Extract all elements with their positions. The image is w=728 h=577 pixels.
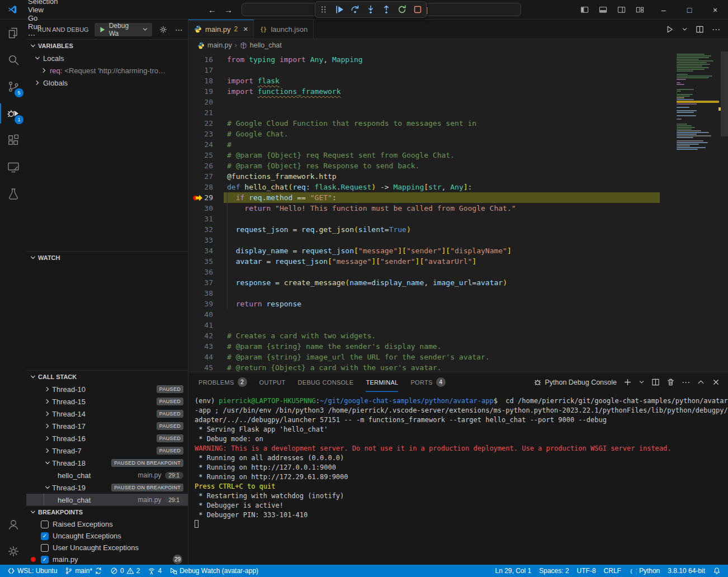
- code-editor[interactable]: 16from typing import Any, Mapping 17 18i…: [188, 51, 728, 372]
- callstack-thread[interactable]: Thread-18PAUSED ON BREAKPOINT: [26, 457, 188, 469]
- code-line-16[interactable]: 16from typing import Any, Mapping: [188, 54, 660, 65]
- callstack-thread[interactable]: Thread-19PAUSED ON BREAKPOINT: [26, 481, 188, 494]
- call-stack-section-header[interactable]: CALL STACK: [26, 371, 188, 383]
- restart-icon[interactable]: [398, 5, 406, 14]
- start-debug-icon[interactable]: [98, 26, 106, 34]
- status-indentation[interactable]: Spaces: 2: [535, 565, 573, 577]
- code-line-32[interactable]: 32 request_json = req.get_json(silent=Tr…: [188, 224, 660, 235]
- code-line-38[interactable]: 38: [188, 288, 660, 299]
- breakpoints-section-header[interactable]: BREAKPOINTS: [26, 506, 188, 518]
- status-cursor-position[interactable]: Ln 29, Col 1: [491, 565, 535, 577]
- status-forwarded-ports[interactable]: 4: [144, 565, 166, 577]
- status-notifications[interactable]: [709, 565, 725, 577]
- editor-scrollbar[interactable]: [721, 51, 728, 136]
- close-panel-icon[interactable]: [712, 378, 720, 386]
- callstack-thread[interactable]: Thread-7PAUSED: [26, 444, 188, 457]
- breakpoint-checkbox[interactable]: [41, 521, 49, 528]
- activitybar-source-control[interactable]: 5: [0, 73, 26, 100]
- step-over-icon[interactable]: [351, 5, 360, 14]
- watch-section-header[interactable]: WATCH: [26, 252, 188, 264]
- toggle-sidebar-icon[interactable]: [580, 6, 589, 14]
- menu-more-icon[interactable]: ⋯: [23, 31, 63, 39]
- status-eol[interactable]: CRLF: [600, 565, 625, 577]
- terminal-output[interactable]: (env) pierrick@LAPTOP-HKU5PNNG:~/git/goo…: [188, 392, 728, 565]
- code-line-34[interactable]: 34 display_name = request_json["message"…: [188, 245, 660, 256]
- stop-icon[interactable]: [413, 5, 422, 14]
- code-line-30[interactable]: 30 return "Hello! This function must be …: [188, 203, 660, 214]
- breakpoint-checkbox[interactable]: ✓: [41, 532, 49, 540]
- minimize-button[interactable]: –: [651, 0, 677, 20]
- debug-settings-gear-icon[interactable]: [159, 25, 168, 34]
- breakpoint-checkbox[interactable]: [41, 544, 49, 552]
- activitybar-testing[interactable]: [0, 181, 26, 207]
- status-problems[interactable]: 02: [106, 565, 144, 577]
- breadcrumb-item[interactable]: hello_chat: [240, 41, 282, 49]
- status-encoding[interactable]: UTF-8: [573, 565, 600, 577]
- close-button[interactable]: ×: [702, 0, 728, 20]
- callstack-thread[interactable]: Thread-17PAUSED: [26, 420, 188, 432]
- status-git-branch[interactable]: main*: [61, 565, 106, 577]
- code-line-42[interactable]: 42# Creates a card with two widgets.: [188, 330, 660, 341]
- breakpoint-checkbox[interactable]: ✓: [41, 556, 49, 564]
- menu-go[interactable]: Go: [23, 14, 63, 22]
- panel-tab-problems[interactable]: PROBLEMS2: [198, 372, 247, 392]
- callstack-thread[interactable]: Thread-10PAUSED: [26, 383, 188, 395]
- activitybar-remote-explorer[interactable]: [0, 154, 26, 181]
- split-editor-icon[interactable]: [696, 25, 704, 34]
- code-line-17[interactable]: 17: [188, 65, 660, 75]
- code-line-21[interactable]: 21: [188, 107, 660, 118]
- callstack-thread[interactable]: Thread-14PAUSED: [26, 408, 188, 420]
- variables-globals[interactable]: Globals: [26, 77, 188, 89]
- more-actions-icon[interactable]: ⋯: [174, 25, 183, 34]
- panel-tab-output[interactable]: OUTPUT: [259, 372, 286, 392]
- status-language-mode[interactable]: { }Python: [625, 565, 664, 577]
- callstack-frame[interactable]: hello_chatmain.py 29:1: [26, 494, 188, 505]
- continue-icon[interactable]: [335, 5, 344, 14]
- menu-run[interactable]: Run: [23, 22, 63, 31]
- new-terminal-icon[interactable]: [623, 378, 632, 386]
- code-line-27[interactable]: 27@functions_framework.http: [188, 171, 660, 182]
- menu-selection[interactable]: Selection: [23, 0, 63, 6]
- callstack-thread[interactable]: Thread-16PAUSED: [26, 432, 188, 444]
- breakpoint-item[interactable]: Raised Exceptions: [26, 518, 188, 530]
- code-line-39[interactable]: 39 return response: [188, 299, 660, 309]
- step-into-icon[interactable]: [366, 5, 375, 14]
- activitybar-search[interactable]: [0, 46, 26, 73]
- code-line-37[interactable]: 37 response = create_message(name=displa…: [188, 277, 660, 288]
- code-line-31[interactable]: 31: [188, 214, 660, 224]
- go-forward-icon[interactable]: →: [224, 5, 233, 15]
- code-line-25[interactable]: 25# @param {Object} req Request sent fro…: [188, 150, 660, 160]
- code-line-44[interactable]: 44# @param {string} image_url the URL fo…: [188, 352, 660, 362]
- code-line-35[interactable]: 35 avatar = request_json["message"]["sen…: [188, 256, 660, 267]
- variables-section-header[interactable]: VARIABLES: [26, 40, 188, 52]
- panel-tab-terminal[interactable]: TERMINAL: [366, 372, 398, 392]
- launch-configuration-dropdown[interactable]: Debug Wa: [94, 23, 152, 36]
- code-line-22[interactable]: 22# Google Cloud Function that responds …: [188, 118, 660, 129]
- breakpoint-item[interactable]: ✓ main.py 29: [26, 554, 188, 565]
- code-line-19[interactable]: 19import functions_framework: [188, 86, 660, 97]
- code-line-40[interactable]: 40: [188, 309, 660, 320]
- maximize-panel-icon[interactable]: [697, 378, 705, 386]
- terminal-instance[interactable]: Python Debug Console: [533, 378, 617, 386]
- activitybar-accounts[interactable]: [0, 511, 26, 538]
- code-line-20[interactable]: 20: [188, 97, 660, 107]
- code-line-28[interactable]: 28def hello_chat(req: flask.Request) -> …: [188, 182, 660, 192]
- status-python-version[interactable]: 3.8.10 64-bit: [664, 565, 709, 577]
- maximize-button[interactable]: □: [677, 0, 702, 20]
- close-tab-icon[interactable]: ×: [243, 25, 248, 34]
- code-line-23[interactable]: 23# Google Chat.: [188, 129, 660, 139]
- tab-main.py[interactable]: main.py 2 ×: [188, 20, 254, 39]
- minimap[interactable]: [677, 54, 719, 150]
- editor-more-actions-icon[interactable]: ⋯: [712, 25, 720, 35]
- step-out-icon[interactable]: [382, 5, 391, 14]
- breakpoint-item[interactable]: ✓ Uncaught Exceptions: [26, 530, 188, 542]
- panel-more-actions-icon[interactable]: ⋯: [682, 377, 690, 387]
- variables-locals[interactable]: Locals: [26, 52, 188, 64]
- breakpoint-item[interactable]: User Uncaught Exceptions: [26, 542, 188, 554]
- toggle-panel-icon[interactable]: [599, 6, 607, 14]
- activitybar-manage[interactable]: [0, 538, 26, 565]
- run-python-file-icon[interactable]: [665, 25, 674, 34]
- terminal-dropdown-chevron-icon[interactable]: [639, 379, 645, 385]
- code-line-18[interactable]: 18import flask: [188, 75, 660, 86]
- variables-req[interactable]: req: <Request 'http://charming-tro…: [26, 64, 188, 77]
